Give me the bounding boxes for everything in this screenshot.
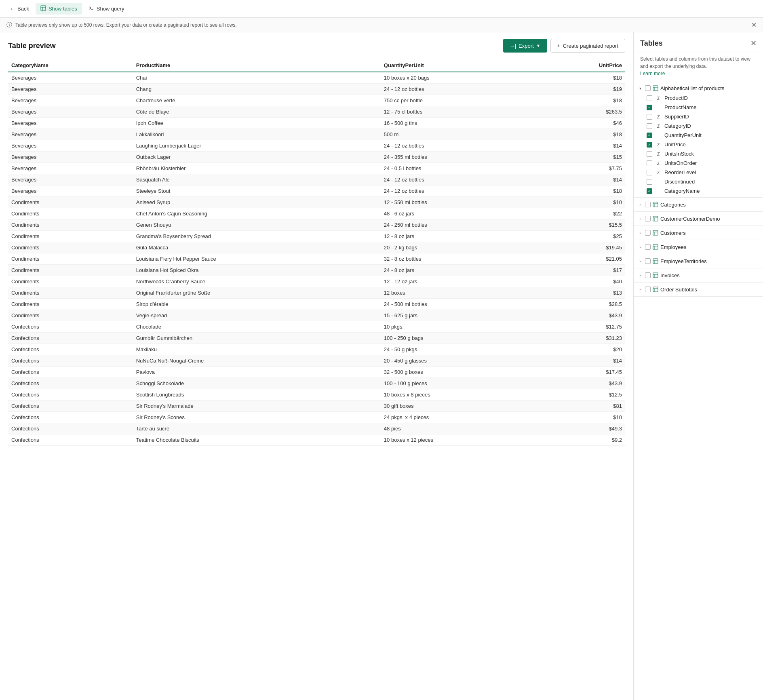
show-query-button[interactable]: Show query <box>84 3 129 15</box>
expand-btn-5[interactable]: › <box>637 258 643 264</box>
table-row: CondimentsNorthwoods Cranberry Sauce12 -… <box>8 276 625 287</box>
learn-more-link[interactable]: Learn more <box>640 71 665 76</box>
col-checkbox-0-2[interactable] <box>647 114 652 120</box>
cell-30-3: $10 <box>541 412 625 423</box>
table-row: CondimentsLouisiana Hot Spiced Okra24 - … <box>8 265 625 276</box>
cell-25-2: 20 - 450 g glasses <box>381 355 541 367</box>
table-checkbox-1[interactable] <box>645 202 651 207</box>
tree-table-row-1[interactable]: ›Categories <box>634 199 763 210</box>
tables-close-button[interactable]: ✕ <box>750 39 757 48</box>
col-row-0-10[interactable]: CategoryName <box>634 186 763 196</box>
col-checkbox-0-0[interactable] <box>647 95 652 101</box>
table-checkbox-2[interactable] <box>645 216 651 221</box>
cell-26-1: Pavlova <box>133 367 381 378</box>
table-checkbox-6[interactable] <box>645 272 651 278</box>
col-row-0-5[interactable]: ΣUnitPrice <box>634 140 763 149</box>
cell-18-3: $40 <box>541 276 625 287</box>
col-checkbox-0-10[interactable] <box>647 188 652 194</box>
tree-table-row-5[interactable]: ›EmployeeTerritories <box>634 256 763 266</box>
col-checkbox-0-4[interactable] <box>647 133 652 138</box>
expand-btn-3[interactable]: › <box>637 230 643 236</box>
col-name-0-7: UnitsOnOrder <box>664 160 697 166</box>
cell-19-2: 12 boxes <box>381 287 541 299</box>
cell-13-0: Condiments <box>8 219 133 231</box>
col-checkbox-0-1[interactable] <box>647 105 652 110</box>
col-row-0-1[interactable]: ProductName <box>634 103 763 112</box>
cell-15-2: 20 - 2 kg bags <box>381 242 541 253</box>
tree-table-row-2[interactable]: ›CustomerCustomerDemo <box>634 213 763 224</box>
cell-2-0: Beverages <box>8 95 133 106</box>
col-row-0-2[interactable]: ΣSupplierID <box>634 112 763 121</box>
col-row-0-9[interactable]: Discontinued <box>634 177 763 186</box>
cell-30-2: 24 pkgs. x 4 pieces <box>381 412 541 423</box>
table-row: ConfectionsTeatime Chocolate Biscuits10 … <box>8 434 625 446</box>
col-row-0-0[interactable]: ΣProductID <box>634 93 763 103</box>
col-checkbox-0-8[interactable] <box>647 170 652 175</box>
svg-rect-16 <box>653 245 658 249</box>
col-row-0-7[interactable]: ΣUnitsOnOrder <box>634 158 763 168</box>
table-checkbox-4[interactable] <box>645 244 651 250</box>
info-bar: ⓘ Table previews only show up to 500 row… <box>0 18 763 32</box>
table-row: BeveragesLakkaliköori500 ml$18 <box>8 129 625 140</box>
tree-table-row-3[interactable]: ›Customers <box>634 228 763 238</box>
table-row: BeveragesSteeleye Stout24 - 12 oz bottle… <box>8 186 625 197</box>
cell-15-1: Gula Malacca <box>133 242 381 253</box>
show-tables-button[interactable]: Show tables <box>36 3 82 15</box>
table-checkbox-0[interactable] <box>645 85 651 91</box>
show-query-label: Show query <box>97 6 124 12</box>
cell-32-3: $9.2 <box>541 434 625 446</box>
divider-0 <box>634 197 763 198</box>
back-button[interactable]: ← Back <box>5 3 34 14</box>
cell-29-3: $81 <box>541 401 625 412</box>
cell-28-3: $12.5 <box>541 389 625 401</box>
table-row: ConfectionsChocolade10 pkgs.$12.75 <box>8 321 625 333</box>
cell-13-2: 24 - 250 ml bottles <box>381 219 541 231</box>
col-row-0-3[interactable]: ΣCategoryID <box>634 121 763 131</box>
col-row-0-8[interactable]: ΣReorderLevel <box>634 168 763 177</box>
cell-2-2: 750 cc per bottle <box>381 95 541 106</box>
col-checkbox-0-3[interactable] <box>647 123 652 129</box>
col-row-0-6[interactable]: ΣUnitsInStock <box>634 149 763 158</box>
tree-table-row-6[interactable]: ›Invoices <box>634 270 763 280</box>
col-checkbox-0-6[interactable] <box>647 151 652 157</box>
cell-17-3: $17 <box>541 265 625 276</box>
create-paginated-report-button[interactable]: + Create paginated report <box>550 39 626 53</box>
table-checkbox-5[interactable] <box>645 258 651 264</box>
back-label: Back <box>17 6 29 12</box>
cell-25-1: NuNuCa Nuß-Nougat-Creme <box>133 355 381 367</box>
cell-6-1: Laughing Lumberjack Lager <box>133 140 381 152</box>
col-checkbox-0-9[interactable] <box>647 179 652 185</box>
cell-12-2: 48 - 6 oz jars <box>381 208 541 219</box>
table-checkbox-3[interactable] <box>645 230 651 236</box>
table-checkbox-7[interactable] <box>645 287 651 292</box>
col-header-qty: QuantityPerUnit <box>381 59 541 72</box>
expand-btn-6[interactable]: › <box>637 272 643 278</box>
svg-rect-7 <box>653 202 658 207</box>
expand-btn-7[interactable]: › <box>637 286 643 293</box>
expand-btn-1[interactable]: › <box>637 201 643 208</box>
tree-table-row-7[interactable]: ›Order Subtotals <box>634 284 763 295</box>
tree-table-5: ›EmployeeTerritories <box>634 256 763 268</box>
tree-table-row-0[interactable]: ▾Alphabetical list of products <box>634 83 763 93</box>
col-sigma-0-8: Σ <box>656 170 661 175</box>
cell-5-1: Lakkaliköori <box>133 129 381 140</box>
cell-8-1: Rhönbräu Klosterbier <box>133 163 381 174</box>
col-checkbox-0-5[interactable] <box>647 142 652 148</box>
table-icon-7 <box>652 286 659 293</box>
info-close-button[interactable]: ✕ <box>751 21 757 29</box>
expand-btn-4[interactable]: › <box>637 244 643 250</box>
cell-22-3: $12.75 <box>541 321 625 333</box>
cell-5-3: $18 <box>541 129 625 140</box>
col-row-0-4[interactable]: QuantityPerUnit <box>634 131 763 140</box>
tree-table-name-4: Employees <box>660 244 760 250</box>
expand-btn-0[interactable]: ▾ <box>637 85 643 91</box>
tables-header: Tables ✕ <box>634 32 763 51</box>
export-button[interactable]: →| Export ▼ <box>503 39 547 53</box>
expand-btn-2[interactable]: › <box>637 215 643 222</box>
col-checkbox-0-7[interactable] <box>647 160 652 166</box>
export-label: Export <box>519 43 534 49</box>
plus-icon: + <box>557 42 561 49</box>
create-report-label: Create paginated report <box>563 43 618 49</box>
svg-rect-25 <box>653 287 658 292</box>
tree-table-row-4[interactable]: ›Employees <box>634 242 763 252</box>
